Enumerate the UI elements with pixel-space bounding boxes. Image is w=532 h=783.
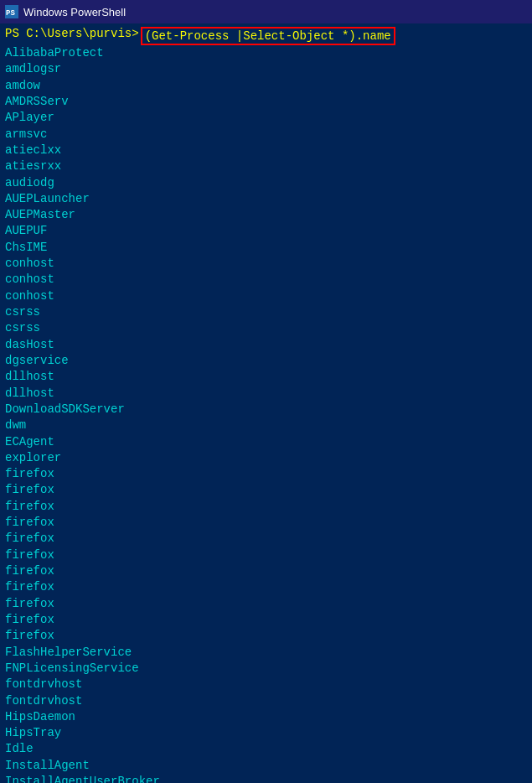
list-item: firefox	[5, 579, 527, 595]
powershell-icon: PS	[5, 5, 18, 18]
list-item: fontdrvhost	[5, 677, 527, 692]
process-list: AlibabaProtectamdlogsramdowAMDRSServAPla…	[5, 45, 527, 783]
list-item: firefox	[5, 515, 527, 531]
list-item: Idle	[5, 741, 527, 757]
list-item: fontdrvhost	[5, 693, 527, 709]
list-item: dllhost	[5, 386, 527, 402]
command-box: (Get-Process |Select-Object *).name	[141, 27, 395, 45]
list-item: ChsIME	[5, 240, 527, 256]
list-item: AMDRSServ	[5, 94, 527, 110]
list-item: firefox	[5, 596, 527, 612]
list-item: ECAgent	[5, 434, 527, 450]
list-item: AUEPMaster	[5, 207, 527, 223]
list-item: csrss	[5, 320, 527, 336]
list-item: HipsDaemon	[5, 709, 527, 725]
svg-text:PS: PS	[6, 9, 15, 18]
list-item: conhost	[5, 272, 527, 288]
list-item: firefox	[5, 628, 527, 644]
list-item: dwm	[5, 417, 527, 433]
list-item: explorer	[5, 450, 527, 466]
list-item: DownloadSDKServer	[5, 402, 527, 417]
titlebar-title: Windows PowerShell	[23, 6, 126, 18]
list-item: HipsTray	[5, 725, 527, 741]
command-text: (Get-Process |Select-Object *).name	[145, 29, 391, 43]
list-item: dasHost	[5, 337, 527, 353]
list-item: AUEPUF	[5, 223, 527, 239]
list-item: firefox	[5, 466, 527, 482]
list-item: FlashHelperService	[5, 645, 527, 661]
list-item: dllhost	[5, 369, 527, 385]
list-item: firefox	[5, 563, 527, 579]
list-item: conhost	[5, 256, 527, 272]
list-item: dgservice	[5, 353, 527, 369]
list-item: firefox	[5, 499, 527, 515]
prompt-line: PS C:\Users\purvis> (Get-Process |Select…	[5, 27, 527, 45]
list-item: FNPLicensingService	[5, 661, 527, 677]
list-item: AlibabaProtect	[5, 45, 527, 61]
list-item: InstallAgent	[5, 758, 527, 774]
list-item: firefox	[5, 531, 527, 547]
list-item: firefox	[5, 482, 527, 498]
list-item: InstallAgentUserBroker	[5, 774, 527, 783]
list-item: firefox	[5, 612, 527, 628]
titlebar: PS Windows PowerShell	[0, 0, 532, 23]
list-item: atieclxx	[5, 143, 527, 158]
list-item: AUEPLauncher	[5, 191, 527, 207]
prompt-text: PS C:\Users\purvis>	[5, 27, 139, 40]
list-item: conhost	[5, 288, 527, 304]
list-item: amdlogsr	[5, 61, 527, 77]
list-item: firefox	[5, 547, 527, 563]
list-item: armsvc	[5, 127, 527, 143]
list-item: amdow	[5, 78, 527, 94]
list-item: csrss	[5, 304, 527, 320]
list-item: audiodg	[5, 175, 527, 191]
terminal-body: PS C:\Users\purvis> (Get-Process |Select…	[0, 23, 532, 783]
list-item: atiesrxx	[5, 158, 527, 174]
list-item: APlayer	[5, 110, 527, 126]
